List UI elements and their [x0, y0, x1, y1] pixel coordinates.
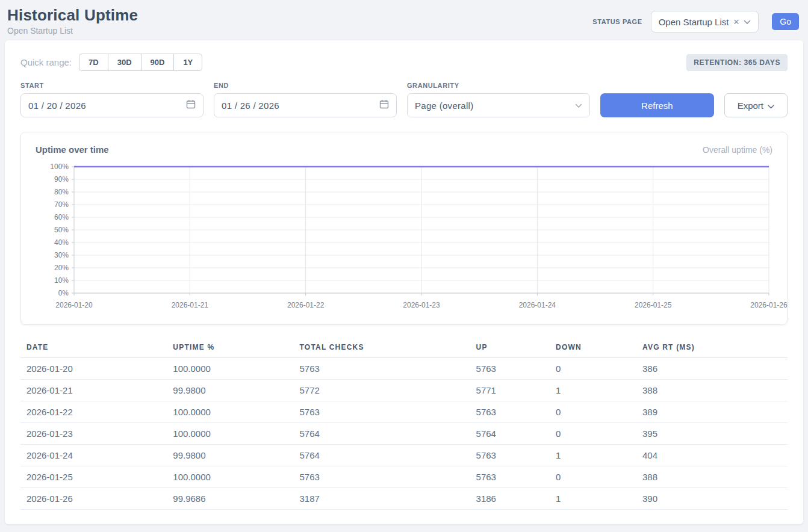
clear-icon[interactable]: ✕: [733, 18, 739, 26]
go-button[interactable]: Go: [772, 13, 799, 30]
table-row: 2026-01-22100.0000576357630389: [20, 401, 788, 423]
quick-range-group: 7D30D90D1Y: [79, 54, 202, 71]
table-cell: 5763: [470, 358, 550, 380]
table-cell: 1: [550, 380, 636, 401]
start-date-value: 01 / 20 / 2026: [28, 101, 86, 111]
column-header: TOTAL CHECKS: [294, 338, 470, 358]
page-title: Historical Uptime: [7, 6, 138, 25]
svg-text:0%: 0%: [58, 289, 69, 297]
table-cell: 2026-01-24: [20, 445, 167, 466]
table-cell: 0: [550, 401, 636, 423]
quick-range-row: Quick range: 7D30D90D1Y RETENTION: 365 D…: [20, 54, 788, 71]
chevron-down-icon: [575, 100, 582, 111]
refresh-button[interactable]: Refresh: [600, 93, 714, 117]
start-date-input[interactable]: 01 / 20 / 2026: [20, 93, 204, 117]
table-cell: 386: [636, 358, 788, 380]
table-cell: 389: [636, 401, 788, 423]
chevron-down-icon: [744, 16, 751, 27]
end-date-input[interactable]: 01 / 26 / 2026: [214, 93, 397, 117]
table-row: 2026-01-2699.9686318731861390: [20, 488, 788, 510]
uptime-table-wrap: DATEUPTIME %TOTAL CHECKSUPDOWNAVG RT (MS…: [20, 338, 788, 510]
table-row: 2026-01-2499.9800576457631404: [20, 445, 788, 466]
table-cell: 5772: [294, 380, 470, 401]
calendar-icon[interactable]: [186, 99, 196, 111]
quick-range-30d[interactable]: 30D: [108, 54, 141, 71]
table-cell: 99.9686: [167, 488, 293, 510]
svg-text:60%: 60%: [54, 213, 69, 221]
table-cell: 5764: [470, 423, 550, 445]
svg-text:20%: 20%: [54, 264, 69, 272]
main-panel: Quick range: 7D30D90D1Y RETENTION: 365 D…: [5, 40, 803, 524]
table-cell: 3187: [294, 488, 470, 510]
svg-text:2026-01-20: 2026-01-20: [55, 301, 93, 309]
uptime-line-chart: 100%90%80%70%60%50%40%30%20%10%0%2026-01…: [36, 162, 774, 314]
svg-text:50%: 50%: [54, 226, 69, 234]
table-cell: 100.0000: [167, 358, 293, 380]
table-cell: 5763: [470, 401, 550, 423]
svg-text:2026-01-23: 2026-01-23: [403, 301, 440, 309]
table-cell: 0: [550, 423, 636, 445]
table-cell: 388: [636, 466, 788, 488]
table-row: 2026-01-2199.9800577257711388: [20, 380, 788, 401]
table-row: 2026-01-25100.0000576357630388: [20, 466, 788, 488]
quick-range-7d[interactable]: 7D: [79, 54, 108, 71]
granularity-select[interactable]: Page (overall): [407, 93, 590, 117]
table-cell: 2026-01-22: [20, 401, 167, 423]
quick-range-1y[interactable]: 1Y: [173, 54, 202, 71]
status-page-select[interactable]: Open Startup List ✕: [651, 11, 759, 32]
end-date-value: 01 / 26 / 2026: [222, 101, 279, 111]
uptime-chart-card: Uptime over time Overall uptime (%) 100%…: [20, 132, 788, 325]
svg-text:70%: 70%: [54, 200, 69, 209]
table-cell: 1: [550, 488, 636, 510]
column-header: UPTIME %: [167, 338, 293, 358]
table-cell: 388: [636, 380, 788, 401]
quick-range-90d[interactable]: 90D: [141, 54, 174, 71]
column-header: AVG RT (MS): [636, 338, 788, 358]
page-header: Historical Uptime Open Startup List STAT…: [0, 0, 808, 40]
table-cell: 0: [550, 466, 636, 488]
table-cell: 0: [550, 358, 636, 380]
column-header: DOWN: [550, 338, 636, 358]
svg-text:80%: 80%: [54, 188, 69, 196]
table-cell: 2026-01-23: [20, 423, 167, 445]
quick-range-label: Quick range:: [20, 57, 72, 67]
retention-badge: RETENTION: 365 DAYS: [686, 54, 788, 71]
table-row: 2026-01-23100.0000576457640395: [20, 423, 788, 445]
chevron-down-icon: [768, 101, 774, 111]
start-label: START: [20, 82, 204, 89]
table-cell: 2026-01-26: [20, 488, 167, 510]
chart-title: Uptime over time: [36, 144, 109, 155]
export-button[interactable]: Export: [724, 93, 788, 117]
svg-text:2026-01-25: 2026-01-25: [635, 301, 672, 309]
table-header-row: DATEUPTIME %TOTAL CHECKSUPDOWNAVG RT (MS…: [20, 338, 788, 358]
filter-fields-row: START 01 / 20 / 2026 END 01 / 26 / 2026 …: [20, 82, 788, 117]
granularity-field: GRANULARITY Page (overall): [407, 82, 590, 117]
column-header: DATE: [20, 338, 167, 358]
table-cell: 1: [550, 445, 636, 466]
table-cell: 3186: [470, 488, 550, 510]
start-date-field: START 01 / 20 / 2026: [20, 82, 204, 117]
svg-text:10%: 10%: [54, 276, 69, 285]
svg-text:2026-01-24: 2026-01-24: [519, 301, 556, 309]
header-titles: Historical Uptime Open Startup List: [7, 6, 138, 36]
end-label: END: [214, 82, 397, 89]
table-cell: 5763: [294, 358, 470, 380]
end-date-field: END 01 / 26 / 2026: [214, 82, 397, 117]
status-page-value: Open Startup List: [659, 17, 729, 27]
page-subtitle: Open Startup List: [7, 26, 138, 36]
svg-text:2026-01-21: 2026-01-21: [172, 301, 209, 309]
table-cell: 99.9800: [167, 380, 293, 401]
table-cell: 99.9800: [167, 445, 293, 466]
table-cell: 404: [636, 445, 788, 466]
calendar-icon[interactable]: [379, 99, 389, 111]
granularity-value: Page (overall): [415, 101, 474, 111]
table-cell: 5763: [470, 445, 550, 466]
table-cell: 5763: [294, 466, 470, 488]
svg-text:90%: 90%: [54, 175, 69, 184]
table-cell: 5771: [470, 380, 550, 401]
table-row: 2026-01-20100.0000576357630386: [20, 358, 788, 380]
svg-text:100%: 100%: [50, 162, 69, 171]
table-cell: 100.0000: [167, 423, 293, 445]
table-cell: 2026-01-25: [20, 466, 167, 488]
status-page-controls: STATUS PAGE Open Startup List ✕ Go: [592, 11, 799, 32]
